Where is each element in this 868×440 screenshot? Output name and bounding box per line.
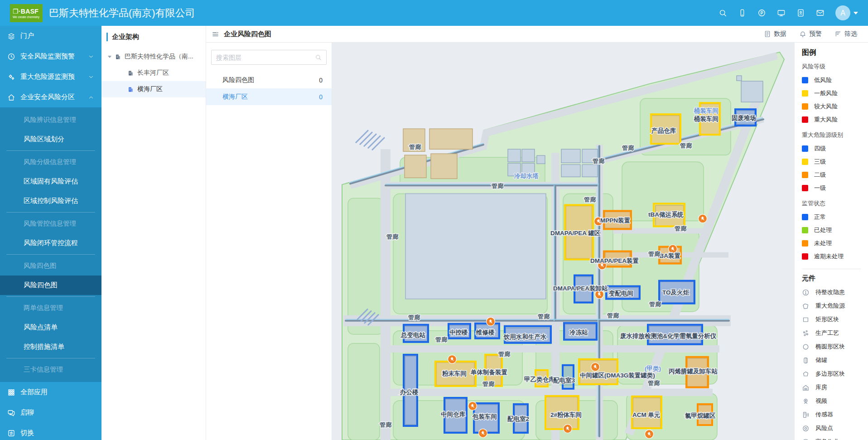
sidebar-item-3[interactable]: 企业安全风险分区 bbox=[0, 87, 101, 107]
layer-row[interactable]: 横海厂区0 bbox=[206, 88, 332, 105]
logo-tagline: We create chemistry bbox=[13, 15, 40, 19]
zone-label: 变配电间 bbox=[608, 290, 633, 297]
corridor-label: 管廊 bbox=[435, 336, 448, 343]
legend-swatch bbox=[802, 145, 808, 152]
hazard-marker-icon[interactable] bbox=[479, 429, 487, 437]
hazard-marker-icon[interactable] bbox=[699, 214, 707, 223]
user-menu[interactable]: A bbox=[835, 5, 858, 20]
sidebar-item-0[interactable]: 门户 bbox=[0, 26, 101, 46]
tree-node[interactable]: 巴斯夫特性化学品（南... bbox=[101, 48, 206, 65]
site-map-svg[interactable]: 产品仓库桶装车间固废堆场DMAPA/PEA 罐区MPPN装置tBA储运系统DMA… bbox=[332, 43, 794, 440]
submenu-item[interactable]: 风险闭环管控流程 bbox=[0, 233, 101, 253]
layers-panel: 风险四色图0横海厂区0 bbox=[206, 43, 332, 440]
zone-label: 办公楼 bbox=[400, 389, 419, 396]
app-window: ❐·BASF We create chemistry 巴斯夫特性化学品(南京)有… bbox=[0, 0, 868, 440]
header-actions: A bbox=[719, 5, 858, 20]
risk-point-icon bbox=[802, 425, 810, 432]
caret-down-icon[interactable] bbox=[108, 56, 111, 58]
sidebar-item-1[interactable]: 安全风险监测预警 bbox=[0, 46, 101, 67]
submenu-item[interactable]: 风险点清单 bbox=[0, 318, 101, 337]
search-icon[interactable] bbox=[719, 9, 727, 17]
video-icon bbox=[802, 397, 810, 405]
map-view-title: 企业风险四色图 bbox=[212, 30, 271, 39]
legend-section-title: 监管状态 bbox=[802, 199, 868, 208]
corridor-label: 管廊 bbox=[607, 312, 619, 319]
layer-row[interactable]: 风险四色图0 bbox=[206, 72, 332, 88]
submenu-divider bbox=[6, 212, 95, 213]
component-item: 风险点 bbox=[802, 421, 868, 435]
risk-map[interactable]: 产品仓库桶装车间固废堆场DMAPA/PEA 罐区MPPN装置tBA储运系统DMA… bbox=[332, 43, 794, 440]
chevron-down-icon bbox=[88, 74, 94, 80]
layer-label: 风险四色图 bbox=[222, 76, 254, 84]
p-circle-icon[interactable] bbox=[757, 9, 766, 17]
layer-count: 0 bbox=[319, 93, 323, 101]
mobile-icon[interactable] bbox=[738, 9, 747, 17]
legend-title: 图例 bbox=[802, 48, 868, 58]
submenu-item[interactable]: 区域固有风险评估 bbox=[0, 172, 101, 191]
tree-node[interactable]: 横海厂区 bbox=[101, 81, 206, 97]
zone-label: 维修楼 bbox=[476, 329, 495, 336]
zone-label: 甲乙类仓库 bbox=[524, 376, 555, 383]
submenu-item[interactable]: 风险区域划分 bbox=[0, 130, 101, 149]
top-header: ❐·BASF We create chemistry 巴斯夫特性化学品(南京)有… bbox=[0, 0, 868, 26]
submenu-item[interactable]: 区域控制风险评估 bbox=[0, 191, 101, 211]
hazard-marker-icon[interactable] bbox=[645, 430, 654, 438]
tree-node[interactable]: 长丰河厂区 bbox=[101, 65, 206, 81]
legend-swatch bbox=[802, 240, 808, 247]
tree-panel-title: 企业架构 bbox=[106, 33, 206, 41]
zone-label: 粉末车间 bbox=[442, 370, 467, 377]
submenu-group-label: 风险辨识信息管理 bbox=[0, 110, 101, 130]
monitor-icon[interactable] bbox=[777, 9, 786, 17]
zone-label: 废水排放检测池&化学需氧量分析仪 bbox=[620, 333, 717, 340]
component-item: 待整改隐患 bbox=[802, 285, 868, 299]
switch-icon bbox=[7, 429, 15, 437]
legend-swatch bbox=[802, 227, 808, 233]
search-icon[interactable] bbox=[315, 54, 322, 61]
layers-icon bbox=[7, 32, 15, 40]
zone-label: 饮用水和生产水 bbox=[503, 333, 547, 340]
sidebar-footer-switch[interactable]: 切换 bbox=[0, 423, 101, 440]
sidebar-footer-chat[interactable]: 启聊 bbox=[0, 402, 101, 423]
process-icon bbox=[802, 329, 810, 337]
submenu-item[interactable]: 控制措施清单 bbox=[0, 337, 101, 357]
legend-section-title: 重大危险源级别 bbox=[802, 131, 868, 140]
layers-menu-icon[interactable] bbox=[212, 30, 219, 38]
sidebar-footer-grid[interactable]: 全部应用 bbox=[0, 382, 101, 402]
contacts-icon[interactable] bbox=[796, 9, 805, 17]
corridor-label: 管廊 bbox=[592, 158, 605, 164]
zone-label: ACM 单元 bbox=[632, 411, 660, 418]
filter-button[interactable]: 筛选 bbox=[834, 30, 857, 38]
sidebar-item-2[interactable]: 重大危险源监测预 bbox=[0, 67, 101, 87]
corridor-label: 管廊 bbox=[649, 301, 661, 308]
hazard-marker-icon[interactable] bbox=[448, 355, 457, 363]
hazard-marker-icon[interactable] bbox=[591, 363, 600, 371]
corridor-label: 管廊 bbox=[498, 351, 511, 358]
submenu-divider bbox=[6, 358, 95, 358]
corridor-label: 管廊 bbox=[491, 183, 504, 189]
gears-icon bbox=[7, 73, 15, 81]
data-button[interactable]: 数据 bbox=[764, 30, 786, 38]
avatar[interactable]: A bbox=[835, 5, 850, 20]
submenu-divider bbox=[6, 254, 95, 255]
layer-search-input[interactable] bbox=[216, 54, 315, 61]
polygon-flag-icon bbox=[802, 302, 810, 310]
alert-button[interactable]: 预警 bbox=[799, 30, 822, 38]
enterprise-tree-panel: 企业架构 巴斯夫特性化学品（南...长丰河厂区横海厂区 bbox=[101, 26, 206, 440]
layer-search-box[interactable] bbox=[211, 50, 327, 65]
legend-item: 重大风险 bbox=[802, 113, 868, 126]
hazard-marker-icon[interactable] bbox=[468, 401, 477, 410]
component-item: 高危作业 bbox=[802, 435, 868, 440]
legend-item: 低风险 bbox=[802, 73, 868, 87]
document-icon bbox=[764, 30, 771, 38]
legend-swatch bbox=[802, 172, 808, 178]
mail-icon[interactable] bbox=[816, 9, 825, 17]
submenu-item[interactable]: 风险四色图 bbox=[0, 276, 101, 295]
filter-icon bbox=[834, 30, 842, 38]
ellipse-block-icon bbox=[802, 343, 810, 351]
layer-count: 0 bbox=[319, 77, 323, 84]
hazard-marker-icon[interactable] bbox=[487, 317, 495, 326]
corridor-label: 管廊 bbox=[379, 421, 392, 428]
warning-circle-icon bbox=[802, 289, 810, 296]
hazard-marker-icon[interactable] bbox=[564, 424, 572, 433]
basemap-label: (甲类) bbox=[645, 365, 661, 372]
